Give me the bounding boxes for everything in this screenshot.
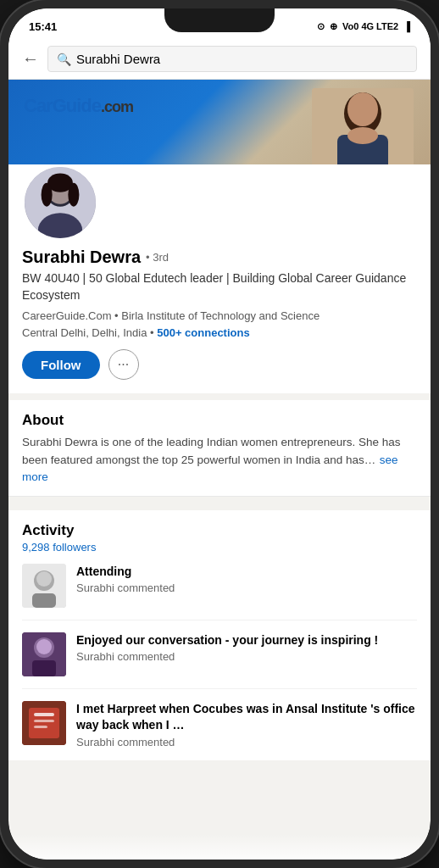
notch [164, 8, 275, 32]
main-content: ← 🔍 Surabhi Dewra CarGuide.com [8, 39, 431, 860]
more-options-button[interactable]: ··· [108, 349, 139, 380]
banner-logo: CarGuide.com [24, 95, 133, 117]
profile-name-row: Surabhi Dewra • 3rd [22, 248, 417, 267]
follow-button[interactable]: Follow [22, 351, 100, 379]
svg-rect-24 [34, 726, 47, 728]
section-divider-2 [8, 497, 431, 504]
about-text: Surabhi Dewra is one of the leading Indi… [22, 436, 401, 465]
activity-headline-1: Attending [76, 564, 175, 581]
thumb-bg-attending [22, 564, 66, 608]
search-input-container[interactable]: 🔍 Surabhi Dewra [47, 46, 417, 72]
activity-item-1[interactable]: Attending Surabhi commented [22, 564, 417, 620]
svg-point-15 [36, 571, 52, 587]
svg-rect-21 [29, 708, 59, 738]
back-button[interactable]: ← [22, 49, 39, 69]
activity-headline-3: I met Harpreet when Cocubes was in Ansal… [76, 701, 417, 734]
activity-sub-2: Surabhi commented [76, 650, 378, 663]
followers-count: 9,298 followers [22, 541, 417, 554]
profile-location: Central Delhi, Delhi, India • 500+ conne… [22, 326, 417, 339]
phone-frame: 15:41 ⊙ ⊕ Vo0 4G LTE2 ▐ ← 🔍 Surabhi Dewr… [0, 0, 439, 868]
harpreet-thumb-image [22, 701, 66, 745]
activity-headline-2: Enjoyed our conversation - your journey … [76, 632, 378, 649]
about-section: About Surabhi Dewra is one of the leadin… [8, 400, 431, 497]
separator: • [150, 326, 157, 339]
activity-thumb-2 [22, 632, 66, 676]
connections-count: 500+ connections [157, 326, 249, 339]
logo-guide: Guide [53, 95, 101, 116]
profile-name: Surabhi Dewra [22, 248, 141, 267]
avatar-image [25, 164, 96, 241]
avatar [22, 164, 98, 241]
activity-content-3: I met Harpreet when Cocubes was in Ansal… [76, 701, 417, 748]
activity-sub-3: Surabhi commented [76, 736, 417, 748]
signal-text: Vo0 4G LTE2 [342, 21, 398, 31]
search-input[interactable]: Surabhi Dewra [76, 52, 160, 66]
avatar-container [22, 164, 417, 241]
thumb-bg-conversation [22, 632, 66, 676]
activity-thumb-3 [22, 701, 66, 745]
attending-thumb-image [22, 564, 66, 608]
profile-section: Surabhi Dewra • 3rd BW 40U40 | 50 Global… [8, 164, 431, 393]
status-icons: ⊙ ⊕ Vo0 4G LTE2 ▐ [317, 21, 410, 32]
phone-screen: 15:41 ⊙ ⊕ Vo0 4G LTE2 ▐ ← 🔍 Surabhi Dewr… [8, 8, 431, 860]
activity-content-1: Attending Surabhi commented [76, 564, 175, 595]
search-icon: 🔍 [57, 53, 71, 66]
profile-company: CareerGuide.Com • Birla Institute of Tec… [22, 309, 417, 324]
svg-rect-14 [32, 593, 56, 608]
connection-degree: • 3rd [146, 251, 169, 264]
svg-point-10 [42, 183, 53, 207]
activity-item-3[interactable]: I met Harpreet when Cocubes was in Ansal… [22, 701, 417, 748]
location-text: Central Delhi, Delhi, India [22, 326, 147, 339]
svg-point-4 [347, 127, 378, 144]
svg-rect-18 [32, 660, 56, 676]
search-bar: ← 🔍 Surabhi Dewra [8, 39, 431, 80]
svg-point-11 [68, 183, 79, 207]
logo-text-part1: Car [24, 95, 53, 116]
action-buttons: Follow ··· [22, 349, 417, 380]
battery-icon: ▐ [403, 21, 410, 31]
thumb-bg-harpreet [22, 701, 66, 745]
activity-sub-1: Surabhi commented [76, 581, 175, 594]
about-title: About [22, 412, 417, 429]
svg-point-19 [36, 639, 52, 654]
section-divider-1 [8, 393, 431, 400]
svg-rect-23 [34, 720, 54, 722]
profile-headline: BW 40U40 | 50 Global Edutech leader | Bu… [22, 270, 417, 303]
activity-title: Activity [22, 522, 417, 539]
camera-icon: ⊕ [330, 21, 337, 32]
activity-section: Activity 9,298 followers [8, 510, 431, 760]
activity-content-2: Enjoyed our conversation - your journey … [76, 632, 378, 664]
logo-dotcom: .com [101, 98, 133, 115]
svg-rect-22 [34, 713, 54, 716]
status-time: 15:41 [29, 20, 57, 33]
conversation-thumb-image [22, 632, 66, 676]
activity-item-2[interactable]: Enjoyed our conversation - your journey … [22, 632, 417, 689]
activity-thumb-1 [22, 564, 66, 608]
instagram-icon: ⊙ [317, 21, 325, 32]
svg-point-2 [347, 92, 378, 126]
